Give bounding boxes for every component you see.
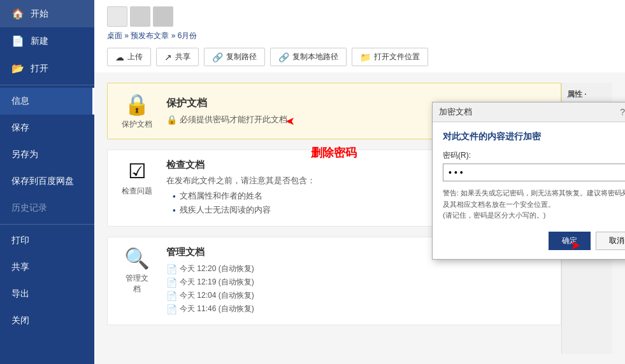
sidebar-label-open: 打开 bbox=[31, 63, 48, 74]
check-checkmark-icon: ☑ bbox=[128, 159, 147, 183]
dialog-heading: 对此文件的内容进行加密 bbox=[443, 131, 625, 143]
manage-icon-box: 🔍 管理文档 bbox=[118, 246, 156, 295]
copy-local-path-button[interactable]: 🔗 复制本地路径 bbox=[270, 48, 347, 66]
sidebar-item-info[interactable]: 信息 bbox=[0, 88, 94, 115]
copy-local-label: 复制本地路径 bbox=[292, 52, 338, 62]
dialog-ok-button[interactable]: 确定 bbox=[549, 232, 591, 250]
file-icon-2 bbox=[130, 6, 150, 27]
recovery-item-3: 📄 今天 12:04 (自动恢复) bbox=[166, 289, 254, 302]
manage-doc-icon: 🔍 bbox=[124, 246, 150, 270]
protect-arrow-annotation: ➤ bbox=[285, 115, 295, 129]
sidebar-label-share: 共享 bbox=[11, 262, 29, 273]
dialog-title: 加密文档 bbox=[439, 106, 472, 118]
dialog-help-button[interactable]: ? bbox=[619, 107, 625, 117]
sidebar-item-new[interactable]: 📄 新建 bbox=[0, 27, 94, 55]
encrypt-dialog: 加密文档 ? ✕ 对此文件的内容进行加密 密码(R): 警告: 如果丢失或忘记密… bbox=[432, 102, 625, 260]
check-item-2: 残疾人士无法阅读的内容 bbox=[173, 203, 315, 217]
main-content: ➤ 桌面 » 预发布文章 » 6月份 ☁ 上传 ↗ 共享 🔗 复制路径 bbox=[94, 0, 625, 364]
sidebar-label-history: 历史记录 bbox=[11, 202, 47, 214]
sidebar-item-export[interactable]: 导出 bbox=[0, 281, 94, 307]
lock-small-icon: 🔒 bbox=[166, 115, 177, 125]
recovery-text-2: 今天 12:19 (自动恢复) bbox=[180, 277, 254, 288]
share-label: 共享 bbox=[175, 52, 190, 62]
file-icon-3 bbox=[153, 6, 173, 27]
check-list: 文档属性和作者的姓名 残疾人士无法阅读的内容 bbox=[166, 189, 315, 217]
open-icon: 📂 bbox=[11, 62, 24, 74]
check-title: 检查文档 bbox=[166, 159, 315, 171]
protect-title: 保护文档 bbox=[166, 97, 296, 110]
check-item-1: 文档属性和作者的姓名 bbox=[173, 189, 315, 203]
manage-label: 管理文档 bbox=[126, 273, 148, 295]
toolbar: ☁ 上传 ↗ 共享 🔗 复制路径 🔗 复制本地路径 📁 打开文件位置 bbox=[107, 48, 612, 66]
new-icon: 📄 bbox=[11, 35, 24, 47]
sidebar-item-start[interactable]: 🏠 开始 bbox=[0, 0, 94, 27]
delete-password-annotation: 删除密码 bbox=[311, 145, 357, 160]
dialog-warning-text: 警告: 如果丢失或忘记密码，则无法将其恢复。建议将密码列表及其相应文档名放在一个… bbox=[443, 188, 625, 221]
protect-label: 保护文档 bbox=[122, 119, 152, 130]
protect-icon-box: 🔒 保护文档 bbox=[118, 92, 156, 130]
copy-local-icon: 🔗 bbox=[278, 52, 289, 62]
copy-path-icon: 🔗 bbox=[212, 52, 223, 62]
dialog-titlebar: 加密文档 ? ✕ bbox=[433, 102, 625, 122]
recovery-icon-3: 📄 bbox=[166, 291, 177, 301]
sidebar: 🏠 开始 📄 新建 📂 打开 信息 保存 另存为 保存到百度网盘 历史记录 打印… bbox=[0, 0, 94, 364]
check-text: 检查文档 在发布此文件之前，请注意其是否包含： 文档属性和作者的姓名 残疾人士无… bbox=[166, 159, 315, 217]
sidebar-item-saveas[interactable]: 另存为 bbox=[0, 141, 94, 168]
open-location-button[interactable]: 📁 打开文件位置 bbox=[352, 48, 428, 66]
right-panel-title: 属性 · bbox=[567, 89, 607, 100]
sidebar-label-export: 导出 bbox=[11, 288, 29, 300]
sidebar-label-close: 关闭 bbox=[11, 315, 29, 326]
dialog-body: 对此文件的内容进行加密 密码(R): 警告: 如果丢失或忘记密码，则无法将其恢复… bbox=[433, 122, 625, 259]
recovery-icon-4: 📄 bbox=[166, 304, 177, 314]
dialog-password-label: 密码(R): bbox=[443, 150, 625, 161]
upload-icon: ☁ bbox=[115, 52, 124, 62]
dialog-cancel-button[interactable]: 取消 bbox=[596, 232, 625, 250]
sidebar-item-save[interactable]: 保存 bbox=[0, 115, 94, 141]
breadcrumb: 桌面 » 预发布文章 » 6月份 bbox=[107, 31, 612, 41]
recovery-icon-1: 📄 bbox=[166, 264, 177, 274]
start-icon: 🏠 bbox=[11, 8, 24, 20]
sidebar-item-open[interactable]: 📂 打开 bbox=[0, 55, 94, 82]
recovery-text-3: 今天 12:04 (自动恢复) bbox=[180, 290, 254, 301]
upload-button[interactable]: ☁ 上传 bbox=[107, 48, 151, 66]
sidebar-divider bbox=[0, 85, 94, 85]
recovery-item-1: 📄 今天 12:20 (自动恢复) bbox=[166, 262, 254, 276]
sidebar-item-print[interactable]: 打印 bbox=[0, 227, 94, 254]
file-icons bbox=[107, 6, 612, 27]
check-label: 检查问题 bbox=[122, 186, 152, 197]
copy-path-label: 复制路径 bbox=[226, 52, 257, 62]
recovery-item-2: 📄 今天 12:19 (自动恢复) bbox=[166, 276, 254, 289]
dialog-controls: ? ✕ bbox=[619, 107, 625, 117]
share-button[interactable]: ↗ 共享 bbox=[156, 48, 199, 66]
open-location-label: 打开文件位置 bbox=[374, 52, 420, 62]
copy-path-button[interactable]: 🔗 复制路径 bbox=[204, 48, 265, 66]
sidebar-label-saveas: 另存为 bbox=[11, 149, 38, 160]
protect-lock-icon: 🔒 bbox=[124, 92, 150, 116]
dialog-password-input[interactable] bbox=[443, 164, 625, 181]
check-icon-box: ☑ 检查问题 bbox=[118, 159, 156, 197]
manage-text: 管理文档 📄 今天 12:20 (自动恢复) 📄 今天 12:19 (自动恢复)… bbox=[166, 246, 254, 316]
sidebar-label-start: 开始 bbox=[31, 8, 48, 20]
protect-description: 🔒 必须提供密码才能打开此文档。 bbox=[166, 114, 296, 125]
sidebar-divider-2 bbox=[0, 224, 94, 225]
sidebar-label-save: 保存 bbox=[11, 122, 29, 134]
open-location-icon: 📁 bbox=[360, 52, 371, 62]
recovery-text-4: 今天 11:46 (自动恢复) bbox=[180, 304, 254, 314]
sidebar-label-info: 信息 bbox=[11, 95, 29, 107]
sidebar-item-history[interactable]: 历史记录 bbox=[0, 195, 94, 221]
check-description: 在发布此文件之前，请注意其是否包含： bbox=[166, 175, 315, 186]
recovery-icon-2: 📄 bbox=[166, 277, 177, 288]
protect-desc-text: 必须提供密码才能打开此文档。 bbox=[180, 114, 296, 125]
sidebar-item-savecloud[interactable]: 保存到百度网盘 bbox=[0, 168, 94, 195]
dialog-ok-arrow: ➤ bbox=[570, 237, 581, 253]
sidebar-label-savecloud: 保存到百度网盘 bbox=[11, 176, 74, 187]
manage-title: 管理文档 bbox=[166, 246, 254, 258]
share-icon: ↗ bbox=[164, 52, 172, 62]
sidebar-label-new: 新建 bbox=[31, 36, 48, 47]
sidebar-item-close[interactable]: 关闭 bbox=[0, 307, 94, 334]
file-icon-1 bbox=[107, 6, 127, 27]
sidebar-item-share[interactable]: 共享 bbox=[0, 254, 94, 281]
delete-password-text: 删除密码 bbox=[311, 146, 357, 159]
sidebar-label-print: 打印 bbox=[11, 235, 29, 246]
dialog-footer: 确定 取消 bbox=[443, 229, 625, 250]
